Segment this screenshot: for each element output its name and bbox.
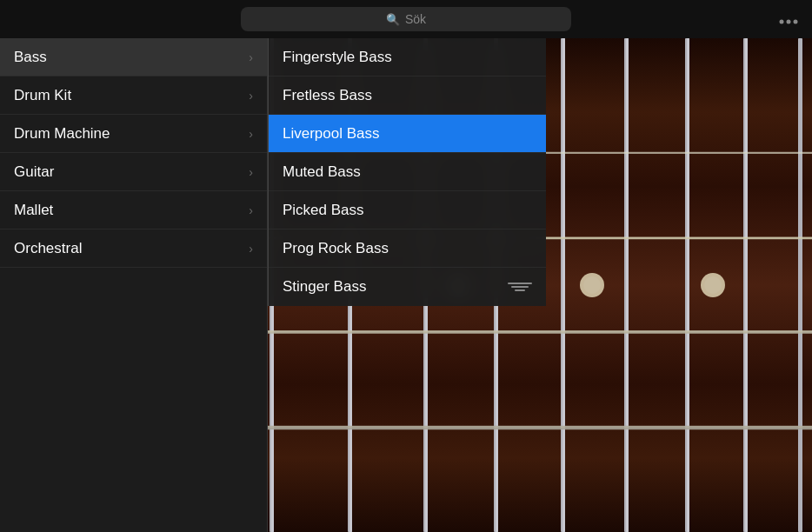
submenu-item-fingerstyle-bass[interactable]: Fingerstyle Bass (269, 38, 546, 76)
menu-button[interactable] (779, 10, 798, 29)
submenu-item-stinger-bass[interactable]: Stinger Bass (269, 268, 546, 306)
main-area: Bass › Drum Kit › Drum Machine › Guitar … (0, 38, 812, 532)
chevron-right-icon: › (249, 165, 253, 179)
top-bar: 🔍 Sök (0, 0, 812, 38)
svg-rect-25 (745, 38, 748, 532)
svg-rect-19 (562, 38, 565, 532)
submenu-item-fretless-bass[interactable]: Fretless Bass (269, 76, 546, 115)
svg-point-2 (794, 19, 798, 23)
submenu-item-prog-rock-bass[interactable]: Prog Rock Bass (269, 229, 546, 268)
search-label: Sök (405, 12, 426, 26)
svg-rect-21 (626, 38, 629, 532)
svg-point-0 (780, 19, 784, 23)
sidebar: Bass › Drum Kit › Drum Machine › Guitar … (0, 38, 268, 532)
svg-point-32 (704, 276, 722, 294)
search-icon: 🔍 (386, 13, 400, 26)
svg-rect-26 (798, 38, 802, 532)
svg-point-30 (583, 276, 601, 294)
svg-rect-54 (511, 286, 529, 288)
submenu: Fingerstyle Bass Fretless Bass Liverpool… (268, 38, 546, 306)
submenu-item-picked-bass[interactable]: Picked Bass (269, 191, 546, 229)
svg-point-1 (787, 19, 791, 23)
submenu-item-muted-bass[interactable]: Muted Bass (269, 153, 546, 191)
sidebar-item-mallet[interactable]: Mallet › (0, 191, 267, 229)
chevron-right-icon: › (249, 127, 253, 141)
svg-rect-53 (508, 283, 532, 284)
sidebar-item-guitar[interactable]: Guitar › (0, 153, 267, 191)
submenu-item-liverpool-bass[interactable]: Liverpool Bass (269, 115, 546, 153)
svg-rect-23 (687, 38, 689, 532)
chevron-right-icon: › (249, 50, 253, 64)
svg-rect-55 (515, 289, 525, 291)
sidebar-item-bass[interactable]: Bass › (0, 38, 267, 76)
chevron-right-icon: › (249, 203, 253, 217)
scroll-indicator (508, 281, 532, 294)
sidebar-item-drum-kit[interactable]: Drum Kit › (0, 76, 267, 115)
chevron-right-icon: › (249, 242, 253, 256)
search-box[interactable]: 🔍 Sök (241, 7, 571, 31)
sidebar-item-orchestral[interactable]: Orchestral › (0, 229, 267, 268)
chevron-right-icon: › (249, 89, 253, 103)
sidebar-item-drum-machine[interactable]: Drum Machine › (0, 115, 267, 153)
